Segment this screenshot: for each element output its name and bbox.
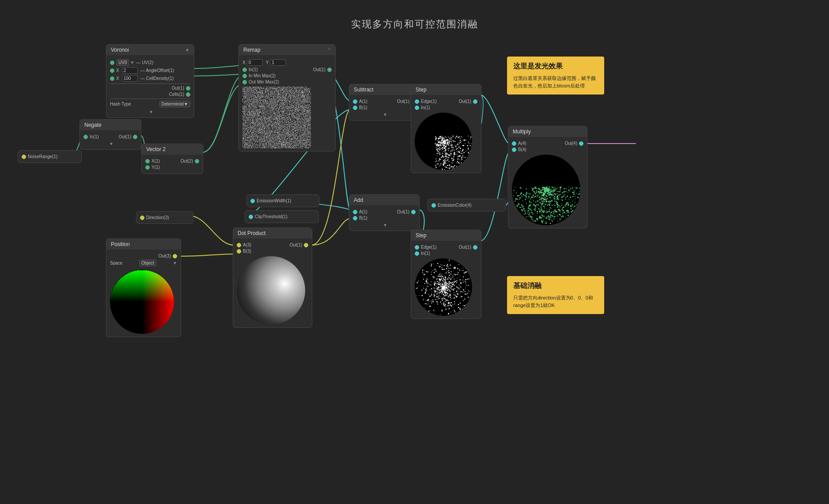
step-bottom-preview <box>415 258 472 316</box>
voronoi-out-row: Out(1) <box>110 86 190 91</box>
multiply-b-port[interactable] <box>512 148 516 152</box>
negate-expand[interactable]: ▼ <box>109 141 114 146</box>
voronoi-uv-in-port[interactable] <box>110 61 114 65</box>
step-bottom-out-port[interactable] <box>473 245 477 250</box>
voronoi-cells-port[interactable] <box>186 92 190 97</box>
noiserange-port[interactable] <box>22 155 26 159</box>
remap-in-row: In(1) Out(1) <box>242 67 332 72</box>
subtract-header: Subtract <box>349 84 419 95</box>
dotproduct-out-port[interactable] <box>304 243 308 247</box>
step-bottom-node: Step Edge(1) Out(1) In(1) <box>411 230 481 319</box>
multiply-header: Multiply <box>508 126 587 137</box>
add-expand[interactable]: ▼ <box>383 223 387 227</box>
dotproduct-a-port[interactable] <box>237 243 241 247</box>
subtract-a-port[interactable] <box>353 99 357 104</box>
vector2-node: Vector 2 X(1) Out(2) Y(1) <box>141 144 203 174</box>
direction-body: Direction(3) <box>136 212 193 224</box>
direction-port[interactable] <box>140 216 144 220</box>
emissioncolor-body: EmissionColor(4) <box>428 199 506 211</box>
dotproduct-a-row: A(3) Out(1) <box>237 243 308 247</box>
voronoi-angle-in-port[interactable] <box>110 68 114 73</box>
remap-outminmax-row: Out Min Max(2) <box>242 80 332 84</box>
remap-x-row: X Y <box>242 59 332 66</box>
step-bottom-edge-port[interactable] <box>415 245 419 250</box>
position-space-row: Space Object ▼ <box>110 260 177 266</box>
vector2-y-row: Y(1) <box>145 165 199 170</box>
position-out-row: Out(3) <box>110 254 177 258</box>
dotproduct-preview <box>237 256 305 325</box>
v2-x-port[interactable] <box>145 159 150 163</box>
dotproduct-node: Dot Product A(3) Out(1) B(3) <box>233 227 312 328</box>
negate-in-port[interactable] <box>83 135 88 139</box>
position-header: Position <box>106 239 181 250</box>
add-a-row: A(1) Out(1) <box>353 209 416 214</box>
v2-out-port[interactable] <box>195 159 199 163</box>
voronoi-density-in-port[interactable] <box>110 76 114 81</box>
step-top-in-row: In(1) <box>415 105 477 110</box>
clipthreshold-node: ClipThreshold(1) <box>245 210 319 223</box>
add-a-port[interactable] <box>353 210 357 214</box>
voronoi-expand-btn[interactable]: ▼ <box>149 110 153 114</box>
voronoi-x2-row: X — AngleOffset(1) <box>110 67 190 74</box>
step-top-node: Step Edge(1) Out(1) In(1) <box>411 84 481 173</box>
voronoi-header: Voronoi ▼ <box>106 45 194 55</box>
subtract-expand[interactable]: ▼ <box>383 112 387 117</box>
remap-body: X Y In(1) Out(1) In Min <box>239 55 335 151</box>
multiply-out-port[interactable] <box>579 141 583 146</box>
remap-outminmax-port[interactable] <box>242 80 247 84</box>
v2-y-port[interactable] <box>145 165 150 170</box>
add-body: A(1) Out(1) B(1) ▼ <box>349 205 419 231</box>
voronoi-node: Voronoi ▼ UV0 ▼ — UV(2) X — AngleOffset(… <box>106 44 194 118</box>
step-bottom-edge-row: Edge(1) Out(1) <box>415 245 477 250</box>
step-bottom-in-port[interactable] <box>415 251 419 256</box>
position-out-port[interactable] <box>173 254 177 258</box>
emissioncolor-port[interactable] <box>432 203 436 208</box>
multiply-a-port[interactable] <box>512 141 516 146</box>
position-node: Position Out(3) Space Object ▼ <box>106 239 181 337</box>
voronoi-x100-row: X — CellDensity(1) <box>110 75 190 82</box>
step-bottom-in-row: In(1) <box>415 251 477 256</box>
remap-inminmax-port[interactable] <box>242 74 247 78</box>
voronoi-uv-dropdown[interactable]: UV0 <box>116 59 129 66</box>
remap-y-input[interactable] <box>270 59 286 66</box>
add-node: Add A(1) Out(1) B(1) ▼ <box>349 194 420 231</box>
direction-row: Direction(3) <box>140 215 189 220</box>
voronoi-cells-row: Cells(1) <box>110 92 190 97</box>
note-dissolve-title: 基础消融 <box>513 281 598 291</box>
remap-chevron[interactable]: ⌃ <box>327 48 331 53</box>
add-b-port[interactable] <box>353 216 357 220</box>
remap-header: Remap ⌃ <box>239 45 335 55</box>
step-top-in-port[interactable] <box>415 106 419 110</box>
negate-node: Negate In(1) Out(1) ▼ <box>79 119 141 150</box>
subtract-a-row: A(1) Out(1) <box>353 99 416 104</box>
remap-out-port[interactable] <box>327 68 332 72</box>
subtract-b-row: B(1) <box>353 105 416 110</box>
dotproduct-b-port[interactable] <box>237 249 241 254</box>
note-basic-dissolve: 基础消融 只需把方向direction设置为0、0、0和range设置为1就OK <box>507 276 604 314</box>
page-title: 实现多方向和可控范围消融 <box>351 18 478 31</box>
voronoi-x2-input[interactable] <box>122 67 138 74</box>
emissionwidth-port[interactable] <box>250 199 255 203</box>
dotproduct-header: Dot Product <box>233 228 312 239</box>
voronoi-out1-port[interactable] <box>186 86 190 91</box>
emissionwidth-body: EmissionWidth(1) <box>247 195 319 207</box>
negate-out-port[interactable] <box>133 135 137 139</box>
multiply-body: A(4) Out(4) B(4) <box>508 137 587 228</box>
remap-x-input[interactable] <box>247 59 263 66</box>
subtract-body: A(1) Out(1) B(1) ▼ <box>349 95 419 120</box>
step-top-edge-port[interactable] <box>415 99 419 104</box>
note-glow: 这里是发光效果 过黑白遮罩关系获取边缘范围，赋予颜色自发光，然后加上bloom后… <box>507 57 604 95</box>
subtract-b-port[interactable] <box>353 106 357 110</box>
noiserange-row: NoiseRange(1) <box>22 154 78 159</box>
remap-in-port[interactable] <box>242 68 247 72</box>
add-out-port[interactable] <box>411 210 416 214</box>
step-top-header: Step <box>411 84 481 95</box>
step-top-out-port[interactable] <box>473 99 477 104</box>
voronoi-expand[interactable]: ▼ <box>185 48 189 53</box>
clipthreshold-port[interactable] <box>249 215 253 219</box>
voronoi-x100-input[interactable] <box>122 75 138 82</box>
emissioncolor-node: EmissionColor(4) <box>428 199 506 212</box>
position-space-dropdown[interactable]: Object <box>139 260 156 266</box>
voronoi-hash-dropdown[interactable]: Determinist▼ <box>159 101 190 107</box>
noiserange-node: NoiseRange(1) <box>18 150 82 163</box>
